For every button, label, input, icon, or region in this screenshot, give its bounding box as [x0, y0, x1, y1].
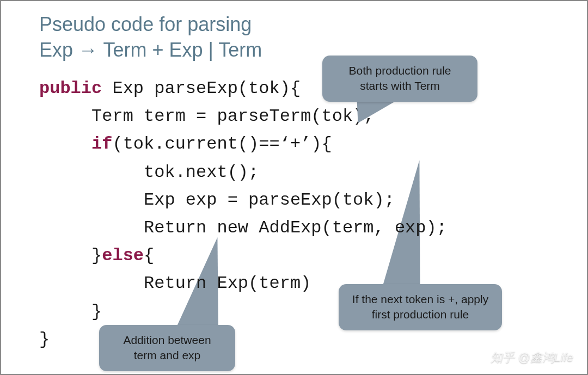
watermark-text: 知乎 @鑫鸿Life	[491, 349, 573, 366]
keyword-if: if	[91, 134, 112, 154]
code-line-7: }else{	[39, 242, 447, 269]
code-line-5: Exp exp = parseExp(tok);	[39, 186, 447, 214]
callout-addition: Addition between term and exp	[99, 325, 235, 371]
heading-line-2: Exp → Term + Exp | Term	[39, 38, 262, 63]
callout-both-production: Both production rule starts with Term	[322, 56, 477, 102]
keyword-else: else	[102, 245, 144, 266]
heading-line-1: Pseudo code for parsing	[39, 12, 262, 38]
keyword-public: public	[39, 78, 102, 99]
code-line-4: tok.next();	[39, 158, 447, 186]
slide-heading: Pseudo code for parsing Exp → Term + Exp…	[39, 12, 262, 63]
callout-next-token: If the next token is +, apply first prod…	[339, 284, 502, 330]
code-line-6: Return new AddExp(term, exp);	[39, 214, 447, 242]
code-line-3: if(tok.current()==‘+’){	[39, 130, 447, 158]
